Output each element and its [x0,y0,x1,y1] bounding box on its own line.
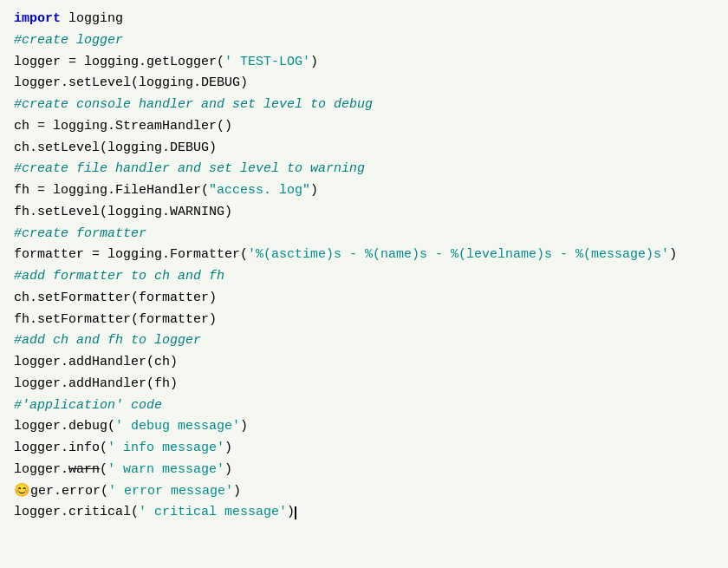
code-line-1: import logging [14,9,714,30]
code-line-13: #add formatter to ch and fh [14,266,714,288]
code-line-2: #create logger [14,30,714,52]
code-line-18: logger.addHandler(fh) [14,374,714,395]
code-line-14: ch.setFormatter(formatter) [14,288,714,310]
code-line-16: #add ch and fh to logger [14,330,714,352]
code-line-5: #create console handler and set level to… [14,95,714,116]
code-line-6: ch = logging.StreamHandler() [14,116,714,138]
code-line-11: #create formatter [14,224,714,245]
code-line-15: fh.setFormatter(formatter) [14,310,714,331]
code-line-4: logger.setLevel(logging.DEBUG) [14,73,714,95]
code-line-21: logger.info(' info message') [14,438,714,460]
keyword-import: import [14,11,61,26]
code-line-10: fh.setLevel(logging.WARNING) [14,202,714,224]
code-editor: import logging #create logger logger = l… [0,0,728,568]
code-line-12: formatter = logging.Formatter('%(asctime… [14,245,714,266]
code-line-3: logger = logging.getLogger(' TEST-LOG') [14,52,714,74]
code-line-8: #create file handler and set level to wa… [14,159,714,180]
text-cursor [295,506,296,519]
code-line-9: fh = logging.FileHandler("access. log") [14,180,714,202]
code-line-24: logger.critical(' critical message') [14,502,714,524]
code-line-23: 😊ger.error(' error message') [14,481,714,503]
emoji-icon: 😊 [14,484,30,499]
code-line-7: ch.setLevel(logging.DEBUG) [14,138,714,160]
code-line-19: #'application' code [14,395,714,417]
code-line-17: logger.addHandler(ch) [14,352,714,374]
code-line-20: logger.debug(' debug message') [14,416,714,438]
code-line-22: logger.warn(' warn message') [14,460,714,481]
